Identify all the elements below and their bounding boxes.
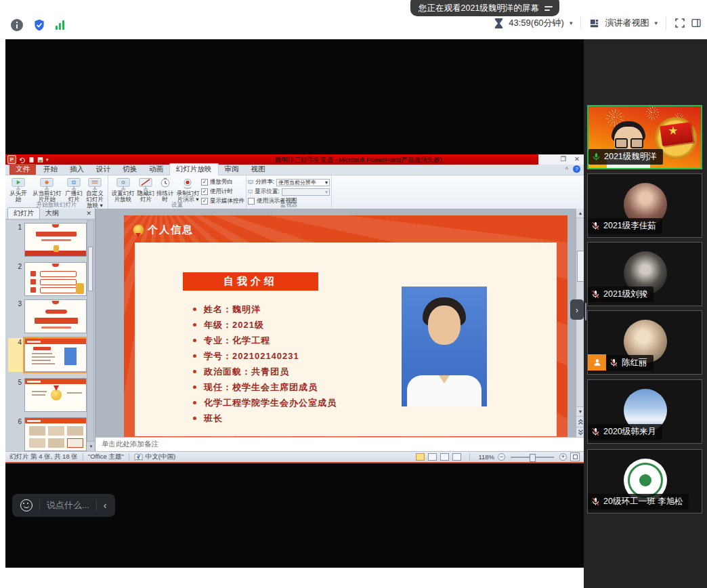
show-on-icon <box>248 189 253 194</box>
fullscreen-icon[interactable] <box>674 18 685 28</box>
chat-input-placeholder[interactable]: 说点什么... <box>47 499 89 511</box>
close-icon[interactable]: ✕ <box>574 155 580 163</box>
record-show-button[interactable]: 录制幻灯片演示 ▾ <box>175 177 201 203</box>
language-indicator[interactable]: 中文(中国) <box>146 453 175 461</box>
slide-number: 1 <box>8 223 24 257</box>
setup-show-button[interactable]: 设置幻灯片放映 <box>110 177 136 203</box>
slide-thumbnail[interactable] <box>24 299 87 333</box>
slide-thumbnail-row[interactable]: 3 <box>8 299 87 333</box>
network-signal-icon[interactable] <box>56 20 64 30</box>
current-slide[interactable]: 个人信息 自我介绍 姓名：魏明洋 年级：2021级 专业：化学工程 学号：202… <box>124 215 567 437</box>
side-panel-icon[interactable] <box>691 18 702 28</box>
qat-caret-icon[interactable]: ▾ <box>46 157 49 163</box>
notes-pane[interactable]: 单击此处添加备注 <box>95 437 584 451</box>
previous-slide-button[interactable] <box>576 416 584 427</box>
slide-thumbnail-row[interactable]: 2 <box>8 262 87 296</box>
tab-view[interactable]: 视图 <box>245 164 272 175</box>
broadcast-button[interactable]: 广播幻灯片 <box>64 177 83 203</box>
mic-muted-icon <box>591 290 600 299</box>
tab-insert[interactable]: 插入 <box>64 164 90 175</box>
ppt-titlebar[interactable]: P ▾ 魏明洋三好学生竞选 - Microsoft PowerPoint(产品激… <box>5 154 584 165</box>
thumbnails-scrollbar[interactable] <box>87 220 94 442</box>
slide-thumbnail[interactable] <box>24 338 87 372</box>
scroll-up-icon[interactable]: ▲ <box>576 209 584 218</box>
restore-icon[interactable]: ❐ <box>561 155 567 163</box>
zoom-level[interactable]: 118% <box>478 453 494 461</box>
slide-thumbnail[interactable] <box>24 262 87 296</box>
close-pane-icon[interactable]: ✕ <box>86 210 91 217</box>
editor-scrollbar[interactable]: ▲ ▼ <box>576 209 584 437</box>
participant-tile-active-speaker[interactable]: 2021级魏明洋 <box>587 105 702 169</box>
panel-drag-handle[interactable] <box>585 303 586 320</box>
powerpoint-logo-icon[interactable]: P <box>7 155 16 164</box>
slide-thumbnail[interactable] <box>24 417 87 451</box>
help-icon[interactable]: ? <box>573 165 580 173</box>
save-icon[interactable] <box>37 156 43 163</box>
document-icon[interactable] <box>28 156 35 163</box>
view-mode-label[interactable]: 演讲者视图 <box>605 17 649 29</box>
ppt-ribbon: 从头开始 从当前幻灯片开始 广播幻灯片 自定义幻灯片放映 ▾ <box>5 175 584 210</box>
collapse-chat-icon[interactable]: ‹ <box>104 500 107 511</box>
scroll-down-icon[interactable]: ▼ <box>576 406 584 417</box>
thumbnails-scroll-down-icon[interactable]: ▼ <box>88 443 94 450</box>
tab-outline[interactable]: 大纲 <box>40 208 64 219</box>
tab-design[interactable]: 设计 <box>90 164 116 175</box>
slideshow-view-button[interactable] <box>452 453 461 461</box>
from-current-button[interactable]: 从当前幻灯片开始 <box>30 177 64 203</box>
participant-tile[interactable]: 20级环工一班 李旭松 <box>587 449 702 513</box>
participant-tile[interactable]: 2020级韩来月 <box>587 379 702 444</box>
play-narration-checkbox[interactable]: ✓ 播放旁白 <box>201 178 244 186</box>
participant-tile[interactable]: 2021级李佳茹 <box>587 173 702 238</box>
participant-tile[interactable]: 陈红丽 <box>587 310 702 375</box>
slide-thumbnail-row[interactable]: 5 <box>8 378 87 412</box>
watching-banner[interactable]: 您正在观看2021级魏明洋的屏幕 <box>410 0 559 16</box>
slide-thumbnail-row[interactable]: 1 <box>8 223 87 257</box>
undo-icon[interactable] <box>19 156 26 163</box>
slide-thumbnail-row[interactable]: 6 <box>8 417 87 451</box>
scrollbar-thumb[interactable] <box>577 251 584 282</box>
collapse-panel-button[interactable]: › <box>570 299 584 320</box>
chat-quick-input[interactable]: 说点什么... ‹ <box>12 494 115 517</box>
view-mode-caret-icon[interactable]: ▾ <box>654 20 658 26</box>
slide-thumbnail-row-selected[interactable]: 4 <box>8 338 87 372</box>
next-slide-button[interactable] <box>576 427 584 438</box>
spellcheck-icon[interactable] <box>134 453 143 461</box>
theme-name[interactable]: "Office 主题" <box>88 453 124 461</box>
hide-slide-button[interactable]: 隐藏幻灯片 <box>136 177 155 203</box>
reading-view-button[interactable] <box>440 453 449 461</box>
info-icon[interactable] <box>11 19 23 31</box>
from-beginning-button[interactable]: 从头开始 <box>7 177 30 203</box>
tab-file[interactable]: 文件 <box>9 164 36 175</box>
slide-sorter-view-button[interactable] <box>428 453 437 461</box>
slide-content-area[interactable]: 自我介绍 姓名：魏明洋 年级：2021级 专业：化学工程 学号：20210214… <box>135 243 557 436</box>
slide-thumbnail[interactable] <box>24 223 87 257</box>
tab-slideshow[interactable]: 幻灯片放映 <box>169 163 219 175</box>
resolution-select[interactable]: 使用当前分辨率 ▾ <box>276 179 330 186</box>
rehearse-button[interactable]: 排练计时 <box>156 177 175 203</box>
tab-animations[interactable]: 动画 <box>143 164 169 175</box>
normal-view-button[interactable] <box>416 453 425 461</box>
tab-home[interactable]: 开始 <box>37 164 64 175</box>
zoom-out-button[interactable]: − <box>498 453 505 461</box>
timer-caret-icon[interactable]: ▾ <box>570 20 573 26</box>
emoji-icon[interactable] <box>20 499 33 511</box>
divider <box>39 500 40 511</box>
tab-transitions[interactable]: 切换 <box>116 164 143 175</box>
zoom-slider[interactable] <box>511 457 554 458</box>
zoom-in-button[interactable]: + <box>559 453 567 461</box>
tab-slides[interactable]: 幻灯片 <box>7 207 40 219</box>
layout-icon <box>589 18 599 28</box>
meeting-timer[interactable]: 43:59(60分钟) <box>509 17 564 29</box>
use-timings-checkbox[interactable]: ✓ 使用计时 <box>201 188 244 196</box>
slide-thumbnail[interactable] <box>24 378 87 412</box>
show-on-select[interactable]: ▾ <box>282 188 330 196</box>
tab-review[interactable]: 审阅 <box>219 164 245 175</box>
fit-to-window-button[interactable] <box>570 453 580 461</box>
banner-menu-icon[interactable] <box>544 6 553 11</box>
participant-tile[interactable]: 2021级刘骏 <box>587 242 702 306</box>
zoom-slider-thumb[interactable] <box>530 454 536 462</box>
slide-editor-canvas[interactable]: 个人信息 自我介绍 姓名：魏明洋 年级：2021级 专业：化学工程 学号：202… <box>95 209 576 437</box>
bullet-item: 学号：202102140231 <box>193 350 337 366</box>
shield-check-icon[interactable] <box>33 18 46 32</box>
collapse-ribbon-icon[interactable]: ^ <box>565 166 568 173</box>
